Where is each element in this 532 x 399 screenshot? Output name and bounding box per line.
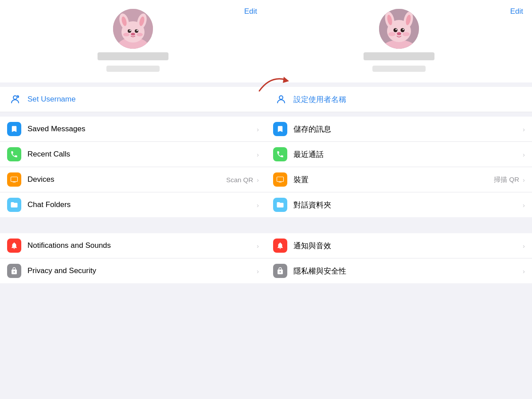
- left-privacy-label: Privacy and Security: [27, 266, 255, 275]
- right-chat-folders-icon: [273, 198, 287, 212]
- svg-text:@: @: [16, 96, 18, 98]
- right-profile-section: Edit: [266, 0, 532, 82]
- left-notifications-label: Notifications and Sounds: [27, 241, 255, 250]
- left-divider-1: [0, 82, 266, 87]
- right-chat-folders-row[interactable]: 對話資料夾 ›: [266, 192, 532, 217]
- right-username-label: 設定使用者名稱: [293, 94, 346, 105]
- right-menu-section-1: 儲存的訊息 › 最近通話 › 裝置 掃描 QR ›: [266, 117, 532, 217]
- right-privacy-icon: [273, 264, 287, 278]
- svg-point-28: [395, 29, 397, 30]
- right-avatar: [379, 9, 419, 49]
- left-recent-calls-label: Recent Calls: [27, 150, 255, 159]
- svg-rect-17: [11, 177, 18, 182]
- left-recent-calls-chevron: ›: [257, 151, 259, 158]
- left-chat-folders-label: Chat Folders: [27, 200, 255, 209]
- right-devices-icon: [273, 172, 287, 187]
- right-notifications-chevron: ›: [523, 242, 525, 250]
- left-username-icon: @: [9, 93, 21, 106]
- right-panel: Edit: [266, 0, 532, 399]
- right-devices-secondary: 掃描 QR: [494, 176, 519, 184]
- left-saved-messages-chevron: ›: [257, 125, 259, 133]
- left-profile-name-blur: [98, 52, 168, 60]
- left-saved-messages-row[interactable]: Saved Messages ›: [0, 117, 266, 142]
- right-saved-messages-row[interactable]: 儲存的訊息 ›: [266, 117, 532, 142]
- left-username-row[interactable]: @ Set Username: [0, 87, 266, 112]
- left-devices-secondary: Scan QR: [226, 176, 253, 184]
- svg-point-10: [137, 30, 138, 31]
- right-saved-messages-icon: [273, 122, 287, 136]
- right-recent-calls-row[interactable]: 最近通話 ›: [266, 142, 532, 167]
- right-notifications-row[interactable]: 通知與音效 ›: [266, 233, 532, 258]
- right-divider-1: [266, 82, 532, 87]
- left-privacy-chevron: ›: [257, 267, 259, 275]
- right-profile-phone-blur: [372, 66, 426, 72]
- svg-point-30: [397, 32, 401, 35]
- left-panel: Edit: [0, 0, 266, 399]
- right-chat-folders-chevron: ›: [523, 201, 525, 209]
- right-profile-name-blur: [364, 52, 434, 60]
- left-recent-calls-icon: [7, 147, 21, 161]
- svg-point-9: [129, 30, 131, 31]
- left-divider-2: [0, 112, 266, 117]
- svg-point-8: [135, 29, 138, 33]
- svg-point-13: [137, 33, 143, 36]
- right-recent-calls-icon: [273, 147, 287, 161]
- right-saved-messages-chevron: ›: [523, 125, 525, 133]
- right-privacy-row[interactable]: 隱私權與安全性 ›: [266, 258, 532, 283]
- right-devices-label: 裝置: [293, 175, 494, 185]
- left-devices-row[interactable]: Devices Scan QR ›: [0, 167, 266, 192]
- right-notifications-icon: [273, 239, 287, 253]
- left-privacy-row[interactable]: Privacy and Security ›: [0, 258, 266, 283]
- right-divider-2: [266, 112, 532, 117]
- svg-point-33: [279, 96, 283, 99]
- right-devices-row[interactable]: 裝置 掃描 QR ›: [266, 167, 532, 192]
- left-chat-folders-row[interactable]: Chat Folders ›: [0, 192, 266, 217]
- left-saved-messages-icon: [7, 122, 21, 136]
- left-devices-label: Devices: [27, 175, 226, 184]
- right-recent-calls-chevron: ›: [523, 151, 525, 158]
- right-chat-folders-label: 對話資料夾: [293, 200, 521, 210]
- left-notifications-chevron: ›: [257, 242, 259, 250]
- right-privacy-chevron: ›: [523, 267, 525, 275]
- svg-point-7: [128, 29, 131, 33]
- right-group-separator: [266, 217, 532, 233]
- panels-wrapper: Edit: [0, 0, 532, 399]
- left-group-separator: [0, 217, 266, 233]
- left-saved-messages-label: Saved Messages: [27, 125, 255, 133]
- svg-point-32: [403, 32, 410, 36]
- left-avatar: [113, 9, 153, 49]
- right-saved-messages-label: 儲存的訊息: [293, 124, 521, 134]
- left-devices-icon: [7, 172, 21, 187]
- right-notifications-label: 通知與音效: [293, 241, 521, 251]
- right-edit-button[interactable]: Edit: [510, 7, 523, 16]
- svg-point-29: [403, 29, 404, 30]
- svg-rect-34: [277, 177, 284, 182]
- left-chat-folders-chevron: ›: [257, 201, 259, 209]
- left-profile-phone-blur: [106, 66, 160, 72]
- svg-point-12: [123, 33, 129, 36]
- svg-point-11: [131, 33, 135, 35]
- right-username-icon: [275, 93, 287, 106]
- right-privacy-label: 隱私權與安全性: [293, 266, 521, 276]
- right-recent-calls-label: 最近通話: [293, 149, 521, 160]
- left-devices-chevron: ›: [257, 176, 259, 184]
- left-notifications-row[interactable]: Notifications and Sounds ›: [0, 233, 266, 258]
- right-devices-chevron: ›: [523, 176, 525, 184]
- right-username-row[interactable]: 設定使用者名稱: [266, 87, 532, 112]
- left-username-label: Set Username: [27, 95, 76, 104]
- left-edit-button[interactable]: Edit: [244, 7, 257, 16]
- left-recent-calls-row[interactable]: Recent Calls ›: [0, 142, 266, 167]
- left-menu-section-2: Notifications and Sounds › Privacy and S…: [0, 233, 266, 283]
- left-chat-folders-icon: [7, 198, 21, 212]
- left-notifications-icon: [7, 239, 21, 253]
- left-profile-section: Edit: [0, 0, 266, 82]
- svg-point-27: [401, 28, 405, 32]
- svg-point-26: [394, 28, 398, 32]
- left-privacy-icon: [7, 264, 21, 278]
- svg-point-31: [388, 32, 395, 36]
- left-menu-section-1: Saved Messages › Recent Calls › Devices …: [0, 117, 266, 217]
- right-menu-section-2: 通知與音效 › 隱私權與安全性 ›: [266, 233, 532, 283]
